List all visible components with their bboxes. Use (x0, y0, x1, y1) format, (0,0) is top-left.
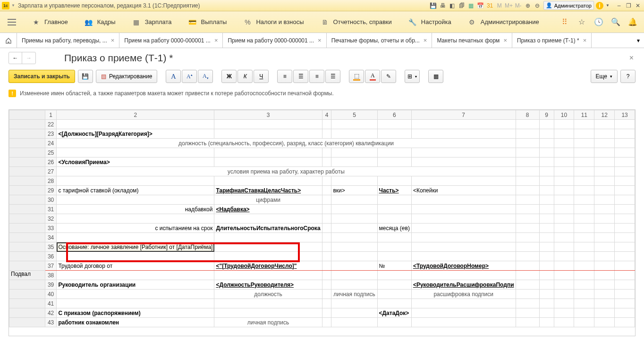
sheet-cell[interactable] (594, 252, 615, 261)
sheet-cell[interactable] (331, 280, 377, 290)
date-icon[interactable]: 31 (486, 1, 494, 10)
zoom-out-icon[interactable]: ⊖ (533, 1, 542, 10)
m-plus-icon[interactable]: M+ (505, 1, 513, 10)
row-header[interactable]: 30 (45, 195, 57, 205)
sheet-cell[interactable] (377, 148, 411, 158)
clear-format-button[interactable]: ✎ (381, 70, 396, 83)
sheet-cell[interactable] (377, 242, 411, 252)
sheet-cell[interactable] (539, 120, 554, 129)
sheet-cell[interactable] (322, 242, 331, 252)
sheet-cell[interactable] (516, 167, 539, 176)
sheet-cell[interactable] (539, 129, 554, 139)
sheet-cell[interactable] (615, 233, 635, 242)
sheet-cell[interactable]: С приказом (распоряжением) (57, 308, 214, 318)
sheet-cell[interactable] (574, 214, 594, 224)
sheet-cell[interactable] (539, 205, 554, 214)
maximize-icon[interactable]: ❐ (624, 1, 633, 10)
sheet-cell[interactable] (57, 233, 214, 242)
bell-icon[interactable]: 🔔 (626, 16, 639, 29)
sheet-cell[interactable] (331, 224, 377, 233)
sheet-cell[interactable] (554, 233, 574, 242)
sheet-cell[interactable] (214, 233, 322, 242)
sheet-cell[interactable] (331, 148, 377, 158)
sheet-cell[interactable] (516, 299, 539, 308)
sheet-cell[interactable] (411, 299, 516, 308)
dropdown-icon[interactable]: ▼ (11, 3, 15, 8)
align-right-button[interactable]: ≡ (309, 70, 324, 83)
col-header[interactable]: 1 (45, 110, 57, 120)
sheet-cell[interactable] (574, 186, 594, 195)
borders-button[interactable]: ⊞▾ (405, 70, 420, 83)
sheet-cell[interactable] (554, 224, 574, 233)
col-header-section[interactable] (9, 110, 45, 120)
row-header[interactable]: 41 (45, 299, 57, 308)
col-header[interactable]: 11 (574, 110, 594, 120)
sheet-cell[interactable] (322, 186, 331, 195)
print-icon[interactable]: 🖶 (439, 1, 447, 10)
row-header[interactable]: 40 (45, 290, 57, 299)
sheet-cell[interactable] (57, 176, 214, 186)
menu-icon[interactable] (5, 15, 19, 29)
row-header[interactable]: 28 (45, 176, 57, 186)
m-minus-icon[interactable]: M- (514, 1, 523, 10)
sheet-cell[interactable] (377, 252, 411, 261)
align-justify-button[interactable]: ☰ (325, 70, 340, 83)
sheet-cell[interactable] (516, 233, 539, 242)
sheet-cell[interactable] (594, 186, 615, 195)
bg-color-button[interactable]: ⬚ (349, 70, 364, 83)
sheet-cell[interactable] (615, 158, 635, 167)
apps-icon[interactable]: ⠿ (558, 16, 571, 29)
sheet-cell[interactable] (57, 252, 214, 261)
row-header[interactable]: 42 (45, 308, 57, 318)
sheet-cell[interactable] (554, 186, 574, 195)
sheet-cell[interactable] (516, 280, 539, 290)
sheet-cell[interactable] (322, 252, 331, 261)
sheet-cell[interactable] (516, 308, 539, 318)
row-header[interactable]: 31 (45, 205, 57, 214)
save-button[interactable]: 💾 (78, 70, 93, 83)
sheet-cell[interactable] (214, 148, 322, 158)
sheet-cell[interactable] (554, 318, 574, 327)
sheet-cell[interactable] (516, 261, 539, 271)
edit-mode-button[interactable]: ▤Редактирование (96, 70, 157, 83)
sheet-cell[interactable] (331, 214, 377, 224)
nav-settings[interactable]: 🔧Настройка (400, 11, 460, 33)
bold-button[interactable]: Ж (221, 70, 237, 83)
sheet-cell[interactable]: <[Должность][РазрядКатегория]> (57, 129, 214, 139)
sheet-cell[interactable] (594, 139, 615, 148)
nav-reports[interactable]: 🗎Отчетность, справки (313, 11, 400, 33)
sheet-cell[interactable]: <РуководительРасшифровкаПодпи (411, 280, 516, 290)
sheet-cell[interactable] (539, 290, 554, 299)
col-header[interactable]: 2 (57, 110, 214, 120)
sheet-cell[interactable] (539, 261, 554, 271)
align-center-button[interactable]: ☰ (293, 70, 308, 83)
sheet-cell[interactable] (594, 214, 615, 224)
sheet-cell[interactable] (615, 299, 635, 308)
sheet-cell[interactable] (516, 290, 539, 299)
sheet-cell[interactable] (574, 318, 594, 327)
sheet-cell[interactable] (594, 120, 615, 129)
cells-button[interactable]: ▦ (428, 70, 443, 83)
sheet-cell[interactable] (574, 242, 594, 252)
sheet-cell[interactable] (322, 195, 331, 205)
tab-close-icon[interactable]: × (214, 37, 218, 44)
sheet-cell[interactable] (411, 214, 516, 224)
favorites-icon[interactable]: ☆ (575, 16, 588, 29)
font-size-dec-button[interactable]: A▾ (198, 70, 213, 83)
sheet-cell[interactable] (574, 120, 594, 129)
row-header[interactable]: 23 (45, 129, 57, 139)
sheet-cell[interactable] (539, 233, 554, 242)
tabs-dropdown-icon[interactable]: ▾ (633, 33, 644, 48)
sheet-cell[interactable] (57, 214, 214, 224)
tab-close-icon[interactable]: × (503, 37, 507, 44)
sheet-cell[interactable]: надбавкой (57, 205, 214, 214)
sheet-cell[interactable] (214, 271, 322, 280)
sheet-cell[interactable]: <ДолжностьРуководителя> (214, 280, 322, 290)
calendar-icon[interactable]: 📅 (476, 1, 485, 10)
sheet-cell[interactable] (554, 167, 574, 176)
sheet-cell[interactable] (539, 167, 554, 176)
sheet-cell[interactable] (594, 308, 615, 318)
sheet-cell[interactable] (331, 158, 377, 167)
sheet-cell[interactable] (57, 148, 214, 158)
sheet-cell[interactable] (615, 252, 635, 261)
